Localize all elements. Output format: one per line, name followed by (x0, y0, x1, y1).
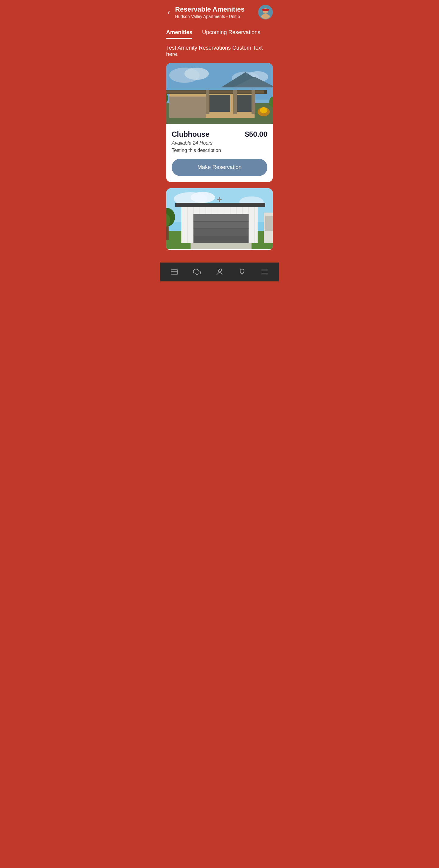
header-subtitle: Hudson Valley Apartments - Unit 5 (175, 14, 244, 19)
svg-rect-50 (175, 203, 265, 207)
nav-item-menu[interactable] (258, 267, 272, 277)
svg-rect-21 (233, 90, 237, 114)
svg-rect-15 (169, 97, 206, 118)
avatar[interactable] (258, 5, 273, 20)
tab-upcoming-reservations[interactable]: Upcoming Reservations (202, 29, 260, 39)
clubhouse-card-body: Clubhouse $50.00 Available 24 Hours Test… (166, 125, 273, 182)
svg-rect-62 (265, 216, 273, 231)
amenity-card-clubhouse: Clubhouse $50.00 Available 24 Hours Test… (166, 63, 273, 182)
svg-line-67 (220, 271, 222, 275)
avatar-svg (258, 5, 273, 20)
app-container: ‹ Reservable Amenities Hudson Valley Apa… (160, 0, 279, 281)
svg-point-8 (184, 68, 209, 80)
tools-icon (215, 268, 224, 276)
clubhouse-card-header: Clubhouse $50.00 (172, 130, 267, 138)
svg-rect-55 (194, 236, 248, 243)
svg-point-2 (261, 14, 270, 19)
bottom-nav (160, 262, 279, 281)
tab-amenities[interactable]: Amenities (166, 29, 193, 39)
svg-rect-19 (166, 90, 264, 93)
header: ‹ Reservable Amenities Hudson Valley Apa… (160, 0, 279, 24)
clubhouse-description: Testing this description (172, 148, 267, 153)
svg-point-24 (260, 107, 267, 113)
svg-rect-4 (262, 9, 269, 10)
clubhouse-price: $50.00 (245, 130, 267, 138)
download-icon (193, 268, 201, 276)
custom-text: Test Amenity Reservations Custom Text he… (166, 45, 273, 58)
tabs-container: Amenities Upcoming Reservations (160, 24, 279, 39)
bulb-icon (238, 268, 246, 276)
garage-image (166, 188, 273, 249)
main-content: Test Amenity Reservations Custom Text he… (160, 39, 279, 262)
clubhouse-image (166, 63, 273, 124)
back-button[interactable]: ‹ (166, 7, 171, 18)
svg-rect-22 (252, 90, 255, 114)
header-text: Reservable Amenities Hudson Valley Apart… (175, 5, 244, 19)
amenity-card-garage (166, 188, 273, 250)
svg-point-32 (191, 192, 215, 203)
menu-icon (261, 268, 269, 276)
credit-card-icon (170, 268, 178, 276)
clubhouse-make-reservation-button[interactable]: Make Reservation (172, 159, 267, 176)
avatar-image (258, 5, 273, 20)
nav-item-payment[interactable] (167, 267, 181, 277)
svg-rect-63 (171, 270, 178, 274)
svg-rect-52 (194, 214, 248, 221)
svg-rect-53 (194, 221, 248, 229)
clubhouse-availability: Available 24 Hours (172, 141, 267, 146)
page-title: Reservable Amenities (175, 5, 244, 13)
nav-item-download[interactable] (190, 267, 204, 277)
clubhouse-name: Clubhouse (172, 130, 209, 138)
svg-rect-20 (206, 90, 209, 114)
nav-item-ideas[interactable] (235, 267, 249, 277)
nav-item-maintenance[interactable] (212, 267, 227, 277)
svg-rect-54 (194, 229, 248, 236)
header-left: ‹ Reservable Amenities Hudson Valley Apa… (166, 5, 244, 19)
